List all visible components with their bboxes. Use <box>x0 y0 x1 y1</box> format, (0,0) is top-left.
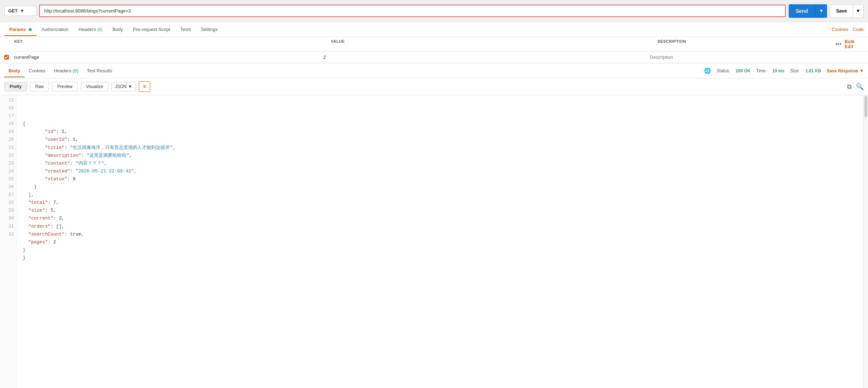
view-visualize-button[interactable]: Visualize <box>81 82 109 91</box>
save-button-group: Save ▼ <box>830 4 864 18</box>
resp-tab-cookies-label: Cookies <box>29 68 46 73</box>
send-button-group: Send ▼ <box>789 4 827 18</box>
tab-settings-label: Settings <box>201 27 218 32</box>
size-value: 1.81 KB <box>805 68 821 73</box>
params-dot <box>29 28 32 31</box>
tab-pre-request-label: Pre-request Script <box>133 27 170 32</box>
code-area: 151617181920212223242526272829303132 { "… <box>0 95 868 388</box>
bulk-edit-button[interactable]: Bulk Edit <box>845 39 864 49</box>
param-key-input[interactable] <box>12 53 321 61</box>
code-line: ], <box>23 191 857 199</box>
resp-tab-body[interactable]: Body <box>4 64 25 77</box>
value-col-header: VALUE <box>331 39 658 49</box>
code-line: "description": "这里是摘要哈哈哈", <box>23 152 857 160</box>
search-icon[interactable]: 🔍 <box>856 83 864 90</box>
request-tabs: Params Authorization Headers (6) Body Pr… <box>0 22 868 37</box>
status-label: Status: <box>717 68 730 73</box>
resp-tab-test-results[interactable]: Test Results <box>83 64 116 77</box>
code-link[interactable]: Code <box>853 27 864 32</box>
key-col-header: KEY <box>4 39 331 49</box>
view-raw-button[interactable]: Raw <box>30 82 49 91</box>
code-line: "size": 5, <box>23 207 857 214</box>
code-line: "status": 0 <box>23 175 857 183</box>
top-bar: GET ▼ Send ▼ Save ▼ <box>0 0 868 22</box>
req-tabs-right: Cookies Code <box>832 27 864 32</box>
params-table-header: KEY VALUE DESCRIPTION ••• Bulk Edit <box>0 37 868 52</box>
method-chevron-icon: ▼ <box>20 8 25 14</box>
view-preview-button[interactable]: Preview <box>52 82 78 91</box>
tab-headers-label: Headers <box>79 27 98 32</box>
response-meta: 🌐 Status: 200 OK Time: 10 ms Size: 1.81 … <box>704 67 864 74</box>
status-value: 200 OK <box>736 68 750 73</box>
code-line: "searchCount": true, <box>23 231 857 238</box>
tab-headers[interactable]: Headers (6) <box>74 23 107 36</box>
response-tabs: Body Cookies Headers (6) Test Results 🌐 … <box>0 63 868 78</box>
resp-tab-headers[interactable]: Headers (6) <box>49 64 83 77</box>
tab-params-label: Params <box>9 27 26 32</box>
param-value-input[interactable] <box>321 53 648 61</box>
code-line: "id": 1, <box>23 128 857 136</box>
tab-pre-request[interactable]: Pre-request Script <box>128 23 175 36</box>
tab-params[interactable]: Params <box>4 23 37 36</box>
format-select[interactable]: JSON ▼ <box>111 82 136 91</box>
wrap-button[interactable]: ≡ <box>139 81 150 92</box>
param-desc-input[interactable] <box>648 53 864 61</box>
tab-authorization[interactable]: Authorization <box>37 23 74 36</box>
copy-icon[interactable]: ⧉ <box>847 83 852 90</box>
resp-tab-body-label: Body <box>9 68 20 73</box>
view-pretty-button[interactable]: Pretty <box>4 82 27 91</box>
method-label: GET <box>8 8 18 14</box>
format-chevron-icon: ▼ <box>128 84 132 89</box>
method-select[interactable]: GET ▼ <box>4 6 36 16</box>
param-row <box>0 52 868 63</box>
line-numbers: 151617181920212223242526272829303132 <box>0 95 17 388</box>
headers-badge: (6) <box>97 27 102 32</box>
code-line: "userId": 1, <box>23 136 857 144</box>
code-content: { "id": 1, "userId": 1, "title": "生活就像海洋… <box>17 95 863 388</box>
time-label: Time: <box>756 68 767 73</box>
scrollbar-area[interactable] <box>863 95 868 388</box>
code-line: } <box>23 183 857 191</box>
resp-tab-headers-label: Headers <box>54 68 73 73</box>
send-button[interactable]: Send <box>789 4 815 18</box>
save-button[interactable]: Save <box>830 4 853 18</box>
code-line: "created": "2020-05-21 22:08:42", <box>23 167 857 175</box>
code-line: "content": "内容？？？", <box>23 160 857 167</box>
resp-headers-badge: (6) <box>73 68 78 73</box>
tab-tests-label: Tests <box>180 27 191 32</box>
send-dropdown-button[interactable]: ▼ <box>815 4 827 18</box>
params-area: KEY VALUE DESCRIPTION ••• Bulk Edit <box>0 37 868 63</box>
code-line: "title": "生活就像海洋，只有意志坚强的人才能到达彼岸", <box>23 144 857 152</box>
param-checkbox[interactable] <box>4 55 9 60</box>
tab-body[interactable]: Body <box>107 23 128 36</box>
code-line: "current": 2, <box>23 214 857 222</box>
more-options-icon[interactable]: ••• <box>835 41 842 47</box>
save-dropdown-button[interactable]: ▼ <box>853 4 864 18</box>
code-line: } <box>23 254 857 262</box>
size-label: Size: <box>790 68 800 73</box>
globe-icon: 🌐 <box>704 67 711 74</box>
table-actions: ••• Bulk Edit <box>835 39 864 49</box>
save-response-button[interactable]: Save Response ▼ <box>827 68 864 73</box>
cookies-link[interactable]: Cookies <box>832 27 848 32</box>
url-input[interactable] <box>39 5 786 17</box>
resp-toolbar-right: ⧉ 🔍 <box>847 83 864 90</box>
code-line: "total": 7, <box>23 199 857 207</box>
code-line: "pages": 2 <box>23 238 857 246</box>
time-value: 10 ms <box>772 68 784 73</box>
desc-col-header: DESCRIPTION <box>657 39 835 49</box>
tab-authorization-label: Authorization <box>42 27 69 32</box>
response-toolbar: Pretty Raw Preview Visualize JSON ▼ ≡ ⧉ … <box>0 78 868 95</box>
code-line: "orders": [], <box>23 223 857 231</box>
code-line: { <box>23 120 857 128</box>
tab-settings[interactable]: Settings <box>196 23 223 36</box>
format-label: JSON <box>115 84 127 89</box>
resp-tab-cookies[interactable]: Cookies <box>25 64 50 77</box>
scrollbar-thumb[interactable] <box>864 96 867 117</box>
tab-body-label: Body <box>112 27 123 32</box>
code-line: } <box>23 246 857 254</box>
tab-tests[interactable]: Tests <box>175 23 196 36</box>
resp-tab-test-results-label: Test Results <box>87 68 112 73</box>
